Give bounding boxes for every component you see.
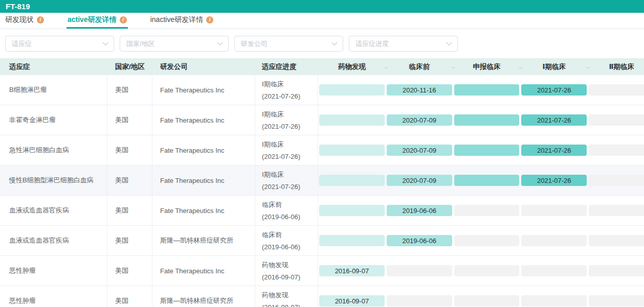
- stage-cell: [453, 175, 521, 186]
- stage-cell: [318, 114, 386, 126]
- progress-date: (2016-09-07): [262, 303, 300, 307]
- stage-gantt: 2019-06-06: [318, 196, 644, 225]
- info-icon[interactable]: i: [120, 16, 127, 23]
- stage-cell: 2019-06-06: [386, 205, 453, 216]
- table-row[interactable]: 恶性肿瘤 美国 Fate Therapeutics Inc 药物发现 (2016…: [0, 256, 644, 286]
- info-icon[interactable]: i: [206, 16, 213, 23]
- col-header-region: 国家/地区: [107, 62, 152, 72]
- stage-bar-filled: 2019-06-06: [387, 205, 452, 216]
- progress-cell: 临床前 (2019-06-06): [255, 196, 318, 225]
- stage-bar-empty: [454, 235, 520, 246]
- stage-cell: 2020-07-09: [386, 175, 453, 186]
- region-cell: 美国: [107, 286, 152, 307]
- stage-bar-empty: [589, 114, 644, 126]
- indication-cell: 恶性肿瘤: [0, 286, 107, 307]
- progress-filter-select[interactable]: 适应症进度: [349, 36, 458, 52]
- stage-cell: [588, 145, 644, 156]
- progress-date: (2021-07-26): [262, 183, 300, 191]
- stage-bar-empty: [521, 265, 587, 276]
- progress-cell: Ⅰ期临床 (2021-07-26): [255, 105, 318, 135]
- stage-cell: [520, 295, 588, 306]
- stage-cell: 2016-09-07: [318, 265, 386, 276]
- progress-stage: 药物发现: [262, 291, 288, 300]
- progress-cell: Ⅰ期临床 (2021-07-26): [255, 75, 318, 105]
- progress-cell: 药物发现 (2016-09-07): [255, 286, 318, 307]
- table-row[interactable]: B细胞淋巴瘤 美国 Fate Therapeutics Inc Ⅰ期临床 (20…: [0, 75, 644, 105]
- stage-bar-filled: [319, 114, 385, 126]
- stage-bar-empty: [454, 295, 520, 306]
- stage-cell: [453, 235, 521, 246]
- col-header-indication: 适应症: [0, 62, 107, 72]
- col-header-progress: 适应症进度: [255, 62, 318, 72]
- chevron-down-icon: [446, 39, 452, 45]
- stage-cell: 2021-07-26: [520, 84, 588, 96]
- stage-gantt: 2020-11-162021-07-26: [318, 75, 644, 105]
- table-row[interactable]: 恶性肿瘤 美国 斯隆—凯特林癌症研究所 药物发现 (2016-09-07) 20…: [0, 286, 644, 307]
- table-row[interactable]: 血液或造血器官疾病 美国 Fate Therapeutics Inc 临床前 (…: [0, 196, 644, 226]
- stage-bar-empty: [589, 265, 644, 276]
- stage-gantt: 2020-07-092021-07-26: [318, 105, 644, 135]
- progress-cell: Ⅰ期临床 (2021-07-26): [255, 135, 318, 165]
- stage-column-label: 申报临床: [473, 62, 500, 72]
- stage-cell: [318, 145, 386, 156]
- select-placeholder: 国家/地区: [126, 39, 155, 49]
- stage-bar-filled: [319, 84, 385, 96]
- progress-stage: 临床前: [262, 230, 282, 240]
- tab-rd-status[interactable]: 研发现状 i: [4, 13, 45, 29]
- filter-bar: 适应症 国家/地区 研发公司 适应症进度: [0, 29, 644, 58]
- tab-inactive-rd-details[interactable]: inactive研发详情 i: [149, 13, 214, 29]
- stage-bar-filled: 2016-09-07: [319, 295, 385, 306]
- stage-cell: [318, 205, 386, 216]
- progress-cell: 药物发现 (2016-09-07): [255, 256, 318, 286]
- stage-bar-empty: [454, 205, 520, 216]
- company-filter-select[interactable]: 研发公司: [234, 36, 343, 52]
- table-row[interactable]: 非霍奇金淋巴瘤 美国 Fate Therapeutics Inc Ⅰ期临床 (2…: [0, 105, 644, 135]
- stage-cell: [318, 175, 386, 186]
- stage-cell: 2021-07-26: [520, 114, 588, 126]
- stage-bar-empty: [589, 205, 644, 216]
- stage-cell: [520, 265, 588, 276]
- stage-bar-empty: [387, 265, 452, 276]
- tab-active-rd-details[interactable]: active研发详情 i: [66, 13, 128, 29]
- stage-cell: [318, 235, 386, 246]
- stage-cell: 2019-06-06: [386, 235, 453, 246]
- stage-cell: [588, 84, 644, 96]
- col-header-company: 研发公司: [152, 62, 255, 72]
- progress-date: (2021-07-26): [262, 153, 300, 160]
- stage-cell: 2020-11-16: [386, 84, 453, 96]
- stage-bar-empty: [589, 84, 644, 96]
- chevron-down-icon: [102, 39, 108, 45]
- indication-cell: 急性淋巴细胞白血病: [0, 135, 107, 165]
- stage-bar-filled: 2020-11-16: [387, 84, 452, 96]
- stage-bar-filled: [454, 84, 520, 96]
- stage-cell: 2016-09-07: [318, 295, 386, 306]
- stage-gantt: 2016-09-07: [318, 256, 644, 286]
- stage-bar-empty: [454, 265, 520, 276]
- company-cell: Fate Therapeutics Inc: [152, 135, 255, 165]
- stage-bar-empty: [521, 235, 587, 246]
- stage-column-header: Ⅰ期临床→: [520, 62, 588, 72]
- indication-cell: 恶性肿瘤: [0, 256, 107, 286]
- stage-cell: [453, 265, 521, 276]
- stage-column-header: 药物发现→: [318, 62, 386, 72]
- stage-bar-filled: 2021-07-26: [521, 145, 587, 156]
- stage-cell: 2021-07-26: [520, 145, 588, 156]
- tab-label: 研发现状: [5, 15, 34, 25]
- stage-bar-filled: [454, 175, 520, 186]
- tab-bar: 研发现状 i active研发详情 i inactive研发详情 i: [0, 13, 644, 29]
- table-header-row: 适应症 国家/地区 研发公司 适应症进度 药物发现→临床前→申报临床→Ⅰ期临床→…: [0, 58, 644, 75]
- company-cell: Fate Therapeutics Inc: [152, 256, 255, 286]
- select-placeholder: 研发公司: [241, 39, 268, 49]
- region-filter-select[interactable]: 国家/地区: [120, 36, 229, 52]
- stage-gantt: 2016-09-07: [318, 286, 644, 307]
- stage-bar-filled: 2020-07-09: [387, 145, 452, 156]
- table-row[interactable]: 血液或造血器官疾病 美国 斯隆—凯特林癌症研究所 临床前 (2019-06-06…: [0, 226, 644, 256]
- stage-column-label: Ⅱ期临床: [609, 62, 634, 72]
- stage-cell: [318, 84, 386, 96]
- progress-stage: 临床前: [262, 200, 282, 209]
- progress-date: (2021-07-26): [262, 123, 300, 130]
- table-row[interactable]: 急性淋巴细胞白血病 美国 Fate Therapeutics Inc Ⅰ期临床 …: [0, 135, 644, 166]
- table-row[interactable]: 慢性B细胞型淋巴细胞白血病 美国 Fate Therapeutics Inc Ⅰ…: [0, 166, 644, 196]
- indication-filter-select[interactable]: 适应症: [5, 36, 114, 52]
- info-icon[interactable]: i: [37, 16, 44, 23]
